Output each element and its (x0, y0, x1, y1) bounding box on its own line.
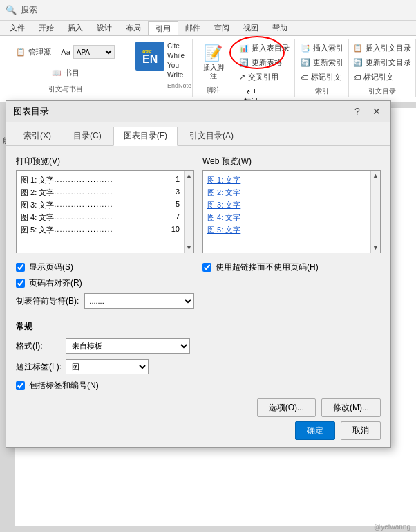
print-preview-scrollbar[interactable]: ▲ ▼ (184, 171, 193, 253)
include-label-number-row: 包括标签和编号(N) (16, 380, 381, 392)
cite-while-write-label: Cite WhileYou Write EndNote (167, 42, 191, 91)
web-preview-link-4[interactable]: 图 4: 文字 (207, 212, 376, 223)
insert-index-icon: 📑 (301, 44, 310, 53)
search-icon: 🔍 (6, 5, 17, 15)
ribbon-search-bar[interactable]: 🔍 搜索 (0, 0, 416, 21)
update-citations-icon: 🔄 (353, 58, 363, 67)
tab-layout[interactable]: 布局 (119, 21, 148, 35)
endnote-en-label: EN (142, 54, 158, 65)
tab-mailings[interactable]: 邮件 (178, 21, 207, 35)
tab-home[interactable]: 开始 (32, 21, 61, 35)
footnote-group-label: 脚注 (207, 83, 220, 95)
tab-design[interactable]: 设计 (90, 21, 119, 35)
web-preview-link-3[interactable]: 图 3: 文字 (207, 200, 376, 210)
tab-leader-select[interactable]: ....... ------- _______ (无) (84, 293, 194, 309)
watermark: @yetwanng (374, 523, 410, 531)
ribbon: 🔍 搜索 文件 开始 插入 设计 布局 引用 邮件 审阅 视图 帮助 📋 管理源… (0, 0, 416, 102)
mark-entry-button[interactable]: 🏷 标记引文 (296, 71, 346, 84)
search-text: 搜索 (21, 4, 37, 16)
dialog-close-button[interactable]: ✕ (370, 106, 384, 117)
mark-citation-button[interactable]: 🏷 标记引文 (349, 71, 398, 84)
dialog-titlebar-controls: ? ✕ (350, 106, 384, 117)
format-select[interactable]: 来自模板 古典 雅致 精美 正式 简单 (66, 338, 190, 354)
caption-group: 📊 插入表目录 🔄 更新表格 ↗ 交叉引用 🏷 标记条目 (234, 39, 295, 97)
scroll-up-arrow[interactable]: ▲ (185, 171, 193, 181)
dialog-tab-figure-toc[interactable]: 图表目录(F) (113, 127, 178, 146)
mark-entry-label: 标记引文 (311, 72, 341, 82)
web-preview-label: Web 预览(W) (202, 156, 381, 167)
tab-view[interactable]: 视图 (236, 21, 265, 35)
insert-citations-button[interactable]: 📋 插入引文目录 (349, 42, 415, 55)
web-preview-scrollbar[interactable]: ▲ ▼ (370, 171, 380, 253)
style-button[interactable]: Aa APA (57, 44, 118, 60)
tab-insert[interactable]: 插入 (61, 21, 90, 35)
web-preview-link-2[interactable]: 图 2: 文字 (207, 187, 376, 198)
web-scroll-up-arrow[interactable]: ▲ (371, 171, 380, 181)
update-caption-button[interactable]: 🔄 更新表格 (235, 56, 286, 69)
modify-button[interactable]: 修改(M)... (321, 398, 381, 417)
dialog-tab-citations-toc[interactable]: 引文目录(A) (179, 127, 244, 145)
preview-line-1: 图 1: 文字 ..................... 1 (21, 175, 189, 185)
use-hyperlinks-checkbox[interactable] (202, 263, 211, 272)
mark-entry-icon: 🏷 (301, 73, 308, 82)
dialog-help-button[interactable]: ? (350, 106, 364, 117)
use-hyperlinks-label: 使用超链接而不使用页码(H) (216, 262, 319, 273)
update-citations-button[interactable]: 🔄 更新引文目录 (349, 56, 415, 69)
caption-label-select[interactable]: 图 表 公式 (66, 359, 149, 374)
web-preview-link-1[interactable]: 图 1: 文字 (207, 175, 376, 185)
caption-buttons: 📊 插入表目录 🔄 更新表格 ↗ 交叉引用 (235, 42, 294, 84)
ok-button[interactable]: 确定 (295, 421, 335, 440)
insert-table-caption-label: 插入表目录 (252, 43, 290, 53)
show-page-numbers-checkbox[interactable] (16, 263, 25, 272)
update-index-label: 更新索引 (313, 57, 343, 68)
footnote-buttons: 📝 插入脚注 (196, 42, 231, 83)
cancel-button[interactable]: 取消 (341, 421, 381, 440)
preview-line-5: 图 5: 文字 ..................... 10 (21, 225, 189, 235)
dialog-tab-toc[interactable]: 目录(C) (63, 127, 112, 145)
right-align-checkbox[interactable] (16, 279, 25, 288)
insert-footnote-icon: 📝 (204, 44, 223, 62)
bibliography-icon: 📖 (52, 68, 62, 77)
tab-references[interactable]: 引用 (148, 21, 178, 35)
dialog-tab-index[interactable]: 索引(X) (13, 127, 62, 145)
endnote-group: use EN Cite WhileYou Write EndNote (131, 39, 193, 97)
web-preview-link-5[interactable]: 图 5: 文字 (207, 225, 376, 235)
style-select[interactable]: APA (73, 45, 115, 59)
citations-group-label: 引文与书目 (48, 82, 83, 94)
tab-help[interactable]: 帮助 (265, 21, 294, 35)
right-align-row: 页码右对齐(R) (16, 277, 194, 289)
index-group-label: 索引 (315, 84, 329, 96)
options-button[interactable]: 选项(O)... (257, 398, 316, 417)
dialog-title: 图表目录 (13, 105, 49, 118)
index-group: 📑 插入索引 🔄 更新索引 🏷 标记引文 索引 (295, 39, 349, 97)
insert-table-caption-button[interactable]: 📊 插入表目录 (235, 42, 294, 55)
caption-label-label: 题注标签(L): (16, 361, 60, 373)
insert-index-button[interactable]: 📑 插入索引 (296, 42, 348, 55)
footnote-group: 📝 插入脚注 脚注 (193, 39, 234, 97)
cross-ref-label: 交叉引用 (248, 72, 278, 82)
cross-ref-button[interactable]: ↗ 交叉引用 (235, 71, 283, 84)
endnote-icon[interactable]: use EN (135, 42, 164, 71)
include-label-number-label: 包括标签和编号(N) (29, 380, 99, 392)
figure-toc-dialog: 图表目录 ? ✕ 索引(X) 目录(C) 图表目录(F) 引文目录(A) 打印预… (6, 100, 391, 448)
tab-file[interactable]: 文件 (3, 21, 32, 35)
insert-citations-icon: 📋 (353, 44, 363, 53)
options-row: 显示页码(S) 页码右对齐(R) 制表符前导符(B): ....... ----… (16, 262, 381, 315)
format-row: 格式(I): 来自模板 古典 雅致 精美 正式 简单 (16, 338, 381, 354)
dialog-body: 打印预览(V) 图 1: 文字 ..................... 1 … (6, 146, 390, 447)
web-scroll-down-arrow[interactable]: ▼ (371, 243, 380, 253)
scroll-down-arrow[interactable]: ▼ (185, 243, 193, 253)
manage-sources-button[interactable]: 📋 管理源 (12, 46, 55, 59)
insert-index-label: 插入索引 (313, 43, 343, 53)
options-right: 使用超链接而不使用页码(H) (202, 262, 381, 277)
tab-leader-label: 制表符前导符(B): (16, 295, 79, 307)
mark-citation-label: 标记引文 (363, 72, 394, 82)
bibliography-button[interactable]: 📖 书目 (48, 66, 84, 80)
insert-footnote-button[interactable]: 📝 插入脚注 (196, 42, 231, 83)
tab-review[interactable]: 审阅 (207, 21, 236, 35)
update-index-button[interactable]: 🔄 更新索引 (296, 56, 348, 69)
update-citations-label: 更新引文目录 (366, 57, 411, 68)
insert-table-caption-icon: 📊 (239, 44, 249, 53)
include-label-number-checkbox[interactable] (16, 381, 25, 390)
use-hyperlinks-row: 使用超链接而不使用页码(H) (202, 262, 381, 273)
